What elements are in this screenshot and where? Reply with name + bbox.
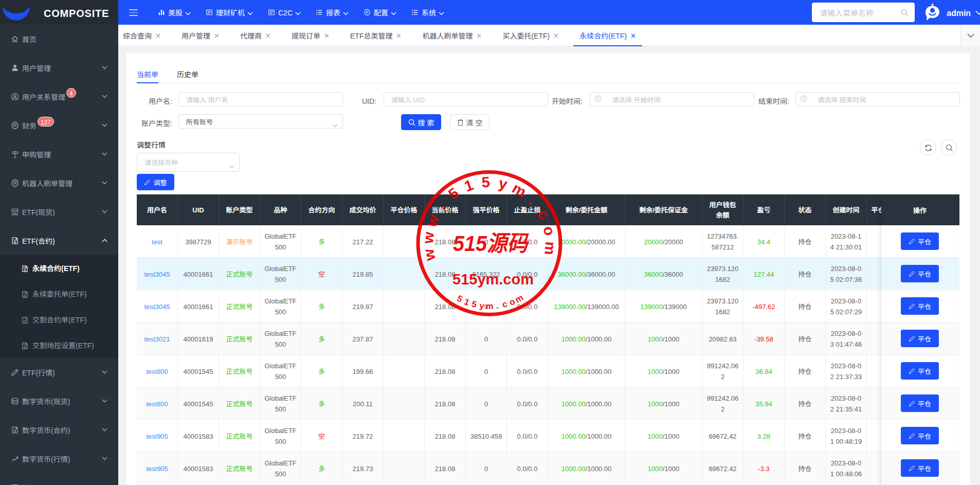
svg-text:SQL: SQL — [13, 428, 18, 430]
svg-text:SQL: SQL — [13, 239, 18, 241]
svg-text:SQL: SQL — [23, 344, 28, 346]
svg-text:SQL: SQL — [23, 292, 28, 295]
svg-text:SQL: SQL — [23, 266, 28, 269]
